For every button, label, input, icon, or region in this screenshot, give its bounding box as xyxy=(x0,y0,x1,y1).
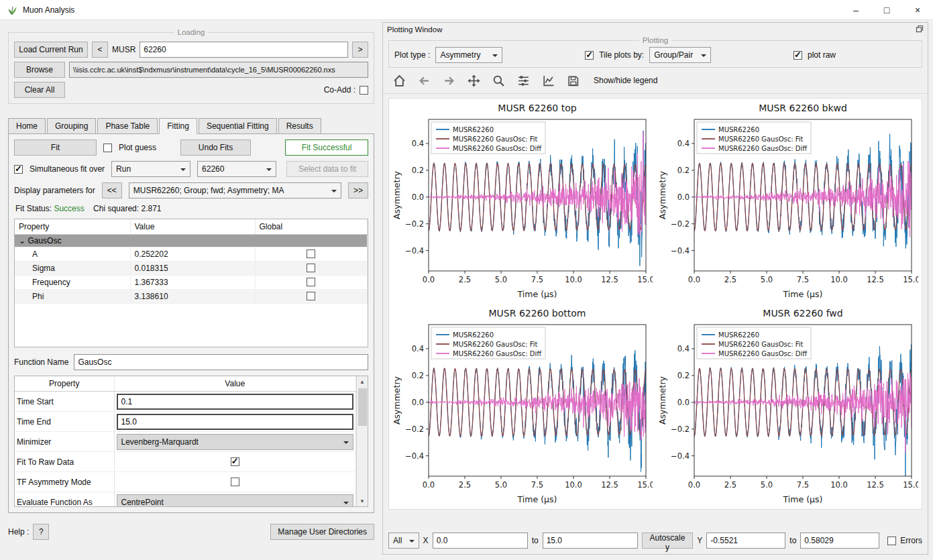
run-number-input[interactable] xyxy=(140,42,348,58)
save-button[interactable] xyxy=(565,72,581,89)
time-start-input[interactable] xyxy=(117,394,354,410)
fit-to-raw-data-checkbox[interactable] xyxy=(231,457,239,466)
y-max-input[interactable] xyxy=(800,533,879,549)
table-row[interactable]: Phi 3.138610 xyxy=(15,290,368,304)
autoscale-y-button[interactable]: Autoscale y xyxy=(642,533,694,549)
svg-text:MUSR62260 GausOsc: Fit: MUSR62260 GausOsc: Fit xyxy=(718,341,804,348)
global-checkbox[interactable] xyxy=(307,249,315,258)
plot-type-dropdown[interactable]: Asymmetry xyxy=(435,47,502,63)
close-icon[interactable]: × xyxy=(902,0,933,19)
back-button[interactable] xyxy=(416,72,432,89)
svg-text:Time (μs): Time (μs) xyxy=(783,289,823,299)
param-value[interactable]: 0.252202 xyxy=(130,247,255,262)
fit-status-row: Fit Status: Success Chi squared: 2.871 xyxy=(15,204,368,213)
simultaneous-fit-label: Simultaneous fit over xyxy=(30,164,105,174)
svg-text:0.4: 0.4 xyxy=(412,344,424,353)
svg-text:MUSR 62260 bottom: MUSR 62260 bottom xyxy=(488,308,586,319)
select-data-button[interactable]: Select data to fit xyxy=(286,161,368,177)
tf-asymmetry-mode-checkbox[interactable] xyxy=(231,478,239,486)
manage-user-directories-button[interactable]: Manage User Directories xyxy=(270,524,374,540)
tile-by-dropdown[interactable]: Group/Pair xyxy=(649,47,711,63)
settings-scrollbar[interactable]: ▲ ▼ xyxy=(356,376,368,506)
fit-successful-button[interactable]: Fit Successful xyxy=(285,139,368,156)
time-end-input[interactable] xyxy=(117,414,354,430)
titlebar[interactable]: Muon Analysis – □ × xyxy=(0,0,933,20)
undo-fits-button[interactable]: Undo Fits xyxy=(180,139,251,156)
show-hide-legend-button[interactable]: Show/hide legend xyxy=(594,76,657,85)
y-min-input[interactable] xyxy=(706,533,785,549)
plot-type-value: Asymmetry xyxy=(440,50,480,60)
configure-subplots-button[interactable] xyxy=(515,72,531,89)
pan-button[interactable] xyxy=(465,72,482,89)
scroll-down-icon[interactable]: ▼ xyxy=(357,496,368,506)
scrollbar-thumb[interactable] xyxy=(358,388,367,426)
plot-guess-checkbox[interactable] xyxy=(103,144,112,152)
home-button[interactable] xyxy=(391,72,407,89)
scroll-up-icon[interactable]: ▲ xyxy=(357,376,368,387)
minimize-icon[interactable]: – xyxy=(840,0,871,19)
scope-dropdown[interactable]: All xyxy=(388,533,419,549)
float-window-icon[interactable] xyxy=(916,25,924,34)
figure-grid[interactable]: 0.02.55.07.510.012.515.0−0.4−0.20.00.20.… xyxy=(391,101,920,507)
edit-axes-button[interactable] xyxy=(540,72,556,89)
table-row[interactable]: Sigma 0.018315 xyxy=(15,262,368,276)
forward-button[interactable] xyxy=(441,72,457,89)
minimizer-dropdown[interactable]: Levenberg-Marquardt xyxy=(117,434,354,450)
run-selector-dropdown[interactable]: 62260 xyxy=(197,161,276,177)
param-value[interactable]: 0.018315 xyxy=(130,262,255,276)
svg-text:Asymmetry: Asymmetry xyxy=(657,170,667,219)
tab-phase-table[interactable]: Phase Table xyxy=(97,118,158,134)
global-checkbox[interactable] xyxy=(307,264,315,272)
tab-home[interactable]: Home xyxy=(8,118,46,134)
tile-plots-label: Tile plots by: xyxy=(599,50,644,60)
table-row: TF Asymmetry Mode xyxy=(15,472,356,492)
clear-all-button[interactable]: Clear All xyxy=(14,82,65,98)
subplot-2[interactable]: 0.02.55.07.510.012.515.0−0.4−0.20.00.20.… xyxy=(391,306,653,507)
fit-button[interactable]: Fit xyxy=(14,139,97,156)
zoom-button[interactable] xyxy=(490,72,506,89)
subplot-3[interactable]: 0.02.55.07.510.012.515.0−0.4−0.20.00.20.… xyxy=(657,306,918,507)
function-group-row[interactable]: ⌄ GausOsc xyxy=(15,235,368,247)
param-value[interactable]: 3.138610 xyxy=(130,290,255,304)
next-run-button[interactable]: > xyxy=(352,42,368,58)
next-dataset-button[interactable]: >> xyxy=(348,182,368,199)
previous-dataset-button[interactable]: << xyxy=(102,182,122,199)
fit-settings-table: Property Value Time Start Time End xyxy=(14,376,368,507)
global-checkbox[interactable] xyxy=(307,278,315,286)
previous-run-button[interactable]: < xyxy=(92,42,108,58)
global-checkbox[interactable] xyxy=(307,292,315,300)
help-button[interactable]: ? xyxy=(33,524,49,540)
collapse-icon[interactable]: ⌄ xyxy=(19,236,28,245)
param-name: Sigma xyxy=(15,262,130,276)
dataset-dropdown[interactable]: MUSR62260; Group; fwd; Asymmetry; MA xyxy=(129,182,341,199)
evaluate-function-as-dropdown[interactable]: CentrePoint xyxy=(117,494,354,508)
help-row: Help : ? Manage User Directories xyxy=(8,524,374,540)
load-current-run-button[interactable]: Load Current Run xyxy=(14,42,88,58)
maximize-icon[interactable]: □ xyxy=(871,0,902,19)
file-path-field[interactable] xyxy=(69,62,368,78)
co-add-checkbox[interactable] xyxy=(360,86,368,95)
simultaneous-fit-checkbox[interactable] xyxy=(14,165,23,174)
subplot-0[interactable]: 0.02.55.07.510.012.515.0−0.4−0.20.00.20.… xyxy=(391,101,653,302)
setting-name: TF Asymmetry Mode xyxy=(15,472,114,492)
fit-over-dropdown[interactable]: Run xyxy=(111,161,190,177)
tab-grouping[interactable]: Grouping xyxy=(47,118,96,134)
svg-text:10.0: 10.0 xyxy=(830,275,848,284)
plotting-window-titlebar[interactable]: Plotting Window xyxy=(383,23,928,36)
browse-button[interactable]: Browse xyxy=(14,62,65,78)
tab-sequential-fitting[interactable]: Sequential Fitting xyxy=(199,118,277,134)
x-max-input[interactable] xyxy=(543,533,638,549)
plotting-window: Plotting Window Plotting Plot type : Asy… xyxy=(382,22,928,555)
param-value[interactable]: 1.367333 xyxy=(130,276,255,290)
tab-fitting[interactable]: Fitting xyxy=(159,118,197,134)
function-name-input[interactable] xyxy=(74,354,368,370)
errors-checkbox[interactable] xyxy=(887,537,896,545)
subplot-1[interactable]: 0.02.55.07.510.012.515.0−0.4−0.20.00.20.… xyxy=(657,101,918,302)
tile-plots-checkbox[interactable] xyxy=(585,51,594,60)
plot-raw-checkbox[interactable] xyxy=(793,51,802,60)
table-row[interactable]: A 0.252202 xyxy=(15,247,368,262)
x-min-input[interactable] xyxy=(433,533,528,549)
help-label: Help : xyxy=(8,527,29,537)
table-row[interactable]: Frequency 1.367333 xyxy=(15,276,368,290)
tab-results[interactable]: Results xyxy=(278,118,321,134)
